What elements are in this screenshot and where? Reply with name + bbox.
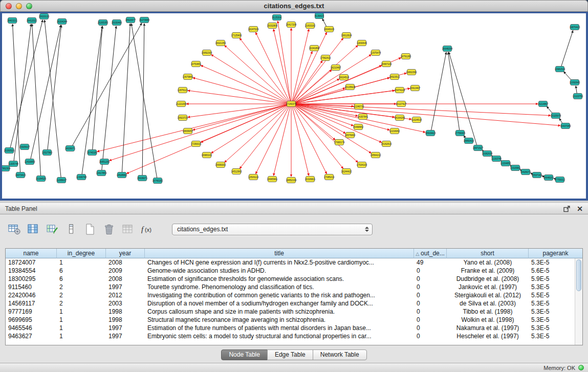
table-row[interactable]: 911546021997Tourette syndrome. Phenomeno… [6,283,575,291]
network-node[interactable]: 18791285 [401,54,411,59]
network-node[interactable]: 11830646 [357,40,367,46]
network-edge[interactable] [322,19,326,27]
network-edge[interactable] [188,91,287,103]
table-row[interactable]: 969969511998Structural magnetic resonanc… [6,316,575,324]
network-node[interactable]: 14357841 [358,114,368,120]
column-header-title[interactable]: title [145,249,414,258]
network-node[interactable]: 15474104 [395,87,405,93]
network-node[interactable]: 13103756 [573,94,583,99]
network-node[interactable]: 15699302 [215,162,226,168]
network-node[interactable]: 12092645 [570,80,580,85]
network-node[interactable]: 12416859 [25,159,35,165]
network-node[interactable]: 15905637 [19,144,30,150]
network-node[interactable]: 12506119 [248,174,259,180]
network-node[interactable]: 16851293 [99,159,110,165]
network-node[interactable]: 17534103 [357,162,367,168]
network-edge[interactable] [273,29,290,101]
network-edge[interactable] [295,104,551,115]
tab-edge-table[interactable]: Edge Table [267,349,313,360]
column-header-year[interactable]: year [106,249,145,258]
network-node[interactable]: 20667109 [381,61,392,67]
network-node[interactable]: 15468952 [353,124,364,130]
network-node[interactable]: 17085219 [324,174,335,180]
network-node[interactable]: 17759312 [555,177,565,183]
network-node[interactable]: 19332806 [267,23,278,29]
network-node[interactable]: 14753651 [191,61,202,67]
network-node[interactable]: 13315961 [510,165,521,171]
network-edge[interactable] [110,105,288,161]
network-node[interactable]: 19024518 [339,75,350,80]
table-vertical-scrollbar[interactable] [575,258,582,345]
network-node[interactable]: 20417208 [286,22,297,28]
network-edge[interactable] [14,24,31,161]
network-node[interactable]: 16983102 [202,152,212,158]
network-node[interactable]: 18920577 [125,17,136,23]
network-node[interactable]: 8136415 [315,13,324,19]
network-node[interactable]: 15892309 [202,50,212,56]
close-window-button[interactable] [6,3,12,9]
network-node[interactable]: 17125406 [231,33,242,38]
network-node[interactable]: 16107427 [396,101,407,107]
network-node[interactable]: 16437089 [560,123,571,129]
float-panel-icon[interactable] [563,206,571,212]
network-edge[interactable] [48,25,61,150]
network-node[interactable]: 10981534 [555,67,565,72]
zoom-window-button[interactable] [26,3,32,9]
network-node[interactable]: 17759305 [455,130,466,136]
network-edge[interactable] [31,25,61,159]
network-node[interactable]: 18923512 [389,74,400,80]
column-header-in_degree[interactable]: in_degree [57,249,106,258]
network-node[interactable]: 16162616 [381,141,392,147]
network-node[interactable]: 20913407 [410,85,421,91]
column-header-out_de[interactable]: △out_de... [414,249,447,258]
edit-columns-icon[interactable] [45,223,59,236]
table-row[interactable]: 946554611997Estimation of the future num… [6,324,575,332]
network-node[interactable]: 19971527 [473,145,484,151]
tab-node-table[interactable]: Node Table [221,349,268,360]
tab-network-table[interactable]: Network Table [313,349,367,360]
network-node[interactable]: 14639071 [65,146,76,151]
network-edge[interactable] [448,52,459,130]
network-node[interactable]: 12975474 [371,50,381,56]
network-node[interactable]: 19923720 [178,115,188,121]
network-node[interactable]: 19073415 [15,172,26,178]
network-node[interactable]: 19965961 [267,177,278,182]
network-node[interactable]: 16326821 [305,177,316,182]
table-row[interactable]: 1872400712008Changes of HCN gene express… [6,258,575,267]
network-node[interactable]: 11024518 [411,117,422,123]
network-node[interactable]: 18852199 [286,178,297,183]
network-node[interactable]: 19612624 [341,33,352,38]
network-edge[interactable] [547,106,553,114]
network-node[interactable]: 17290016 [191,141,202,147]
network-node[interactable]: 16412022 [27,18,37,24]
network-node[interactable]: 14512963 [231,169,242,174]
table-mode-icon[interactable] [7,223,21,236]
network-node[interactable]: 14426072 [520,169,531,175]
network-node[interactable]: 17962304 [2,166,11,171]
network-node[interactable]: 8125304 [272,15,281,20]
network-edge[interactable] [293,51,312,101]
network-edge[interactable] [225,46,288,102]
network-edge[interactable] [292,106,309,176]
network-node[interactable]: 17240374 [286,101,297,107]
network-node[interactable]: 11193749 [491,156,502,162]
network-node[interactable]: 20633133 [39,14,50,19]
column-header-pagerank[interactable]: pagerank [529,249,582,258]
close-panel-icon[interactable]: ✕ [577,205,583,212]
network-node[interactable]: 16649105 [324,27,335,32]
network-node[interactable]: 16648294 [442,46,453,52]
network-node[interactable]: 18247029 [248,27,259,32]
network-node[interactable]: 18919423 [425,130,436,136]
network-node[interactable]: 20265355 [98,20,108,26]
new-column-icon[interactable] [83,223,97,236]
network-node[interactable]: 20135629 [345,84,356,90]
network-node[interactable]: 12216062 [389,128,400,134]
network-node[interactable]: 18839057 [183,128,193,134]
network-node[interactable]: 16244422 [341,169,352,174]
minimize-window-button[interactable] [16,3,22,9]
network-node[interactable]: 20260526 [4,148,15,154]
network-edge[interactable] [563,72,572,81]
network-node[interactable]: 17562410 [320,55,331,61]
memory-status-indicator[interactable] [578,365,584,370]
network-node[interactable]: 16403211 [7,18,18,24]
